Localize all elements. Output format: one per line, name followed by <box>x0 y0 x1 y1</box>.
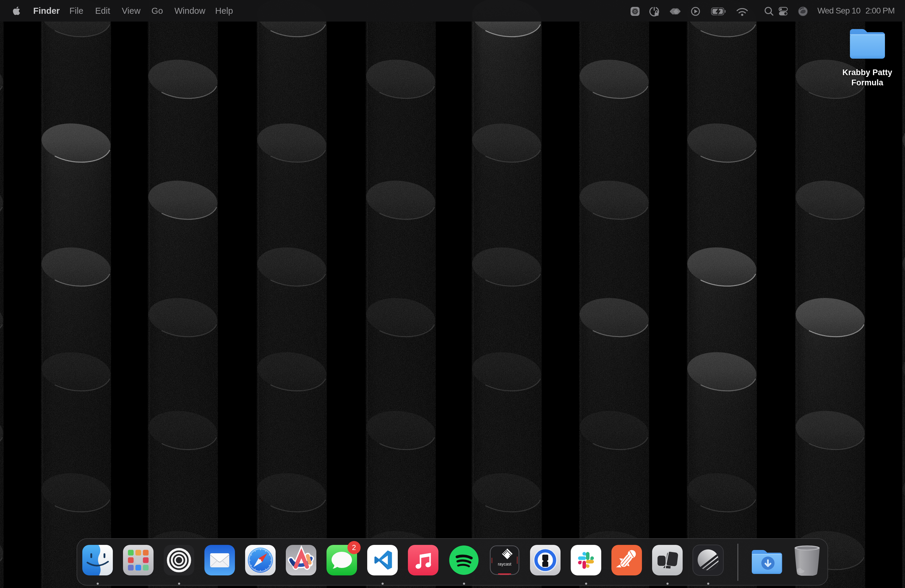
svg-text:raycast: raycast <box>498 562 511 566</box>
